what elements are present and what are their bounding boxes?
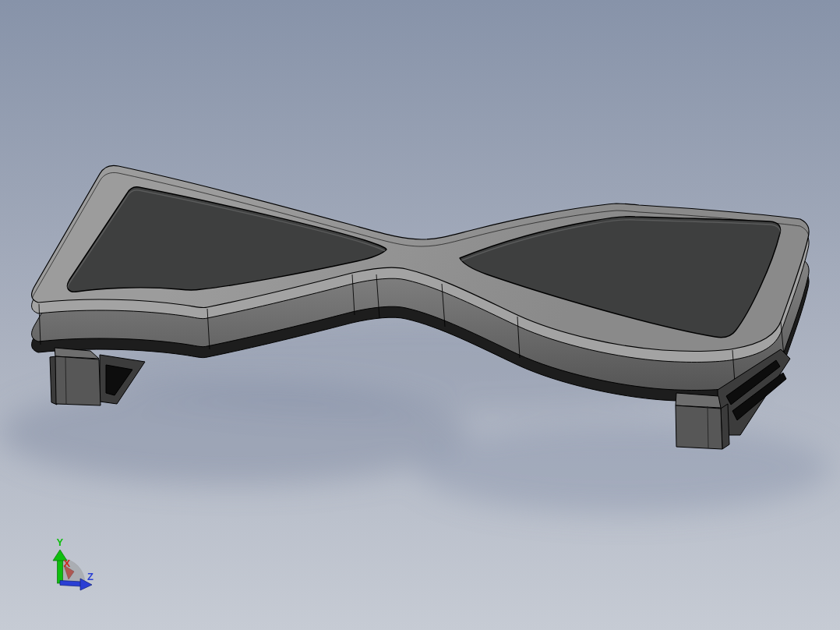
right-leg-front-face[interactable] xyxy=(676,405,722,449)
left-leg[interactable] xyxy=(50,348,101,405)
cad-viewport[interactable]: Y X Z xyxy=(0,0,840,630)
y-axis-label: Y xyxy=(56,536,63,548)
z-axis-label: Z xyxy=(87,571,94,582)
x-axis-label: X xyxy=(63,557,70,569)
left-leg-front-face[interactable] xyxy=(55,356,101,405)
